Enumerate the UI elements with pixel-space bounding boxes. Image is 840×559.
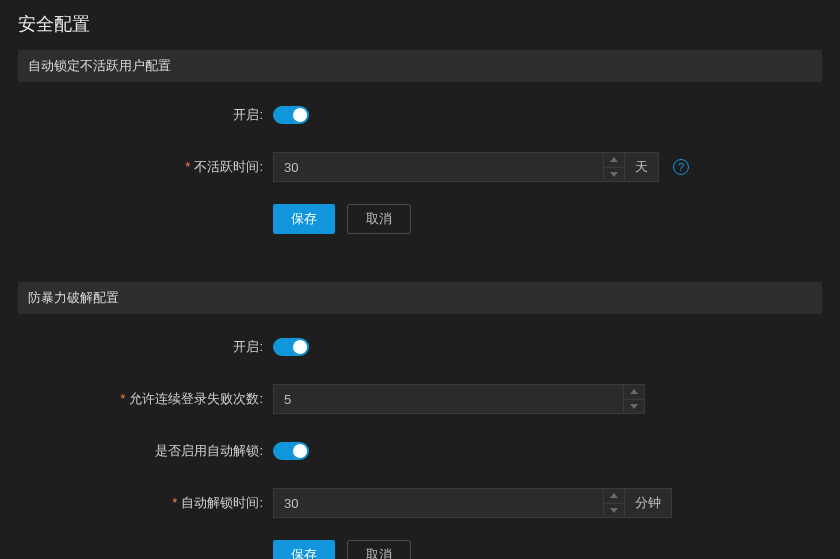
auto-unlock-time-label: *自动解锁时间:: [18, 494, 273, 512]
enable-label: 开启:: [18, 106, 273, 124]
anti-brute-force-header: 防暴力破解配置: [18, 282, 822, 314]
auto-lock-section: 自动锁定不活跃用户配置 开启: *不活跃时间:: [18, 50, 822, 234]
anti-brute-force-enable-toggle[interactable]: [273, 338, 309, 356]
auto-unlock-time-step-up[interactable]: [604, 489, 624, 504]
cancel-button-2[interactable]: 取消: [347, 540, 411, 559]
auto-unlock-time-input[interactable]: [273, 488, 603, 518]
auto-unlock-time-unit: 分钟: [625, 488, 672, 518]
inactive-time-label: *不活跃时间:: [18, 158, 273, 176]
save-button-2[interactable]: 保存: [273, 540, 335, 559]
max-fail-step-up[interactable]: [624, 385, 644, 400]
auto-unlock-time-step-down[interactable]: [604, 504, 624, 518]
inactive-time-step-up[interactable]: [604, 153, 624, 168]
inactive-time-step-down[interactable]: [604, 168, 624, 182]
auto-lock-header: 自动锁定不活跃用户配置: [18, 50, 822, 82]
auto-unlock-enable-label: 是否启用自动解锁:: [18, 442, 273, 460]
auto-unlock-enable-toggle[interactable]: [273, 442, 309, 460]
page-title: 安全配置: [18, 10, 822, 50]
cancel-button[interactable]: 取消: [347, 204, 411, 234]
help-icon[interactable]: ?: [673, 159, 689, 175]
save-button[interactable]: 保存: [273, 204, 335, 234]
inactive-time-input[interactable]: [273, 152, 603, 182]
inactive-time-unit: 天: [625, 152, 659, 182]
max-fail-step-down[interactable]: [624, 400, 644, 414]
enable-label-2: 开启:: [18, 338, 273, 356]
max-fail-input[interactable]: [273, 384, 623, 414]
max-fail-label: *允许连续登录失败次数:: [18, 390, 273, 408]
anti-brute-force-section: 防暴力破解配置 开启: *允许连续登录失败次数:: [18, 282, 822, 559]
auto-lock-enable-toggle[interactable]: [273, 106, 309, 124]
